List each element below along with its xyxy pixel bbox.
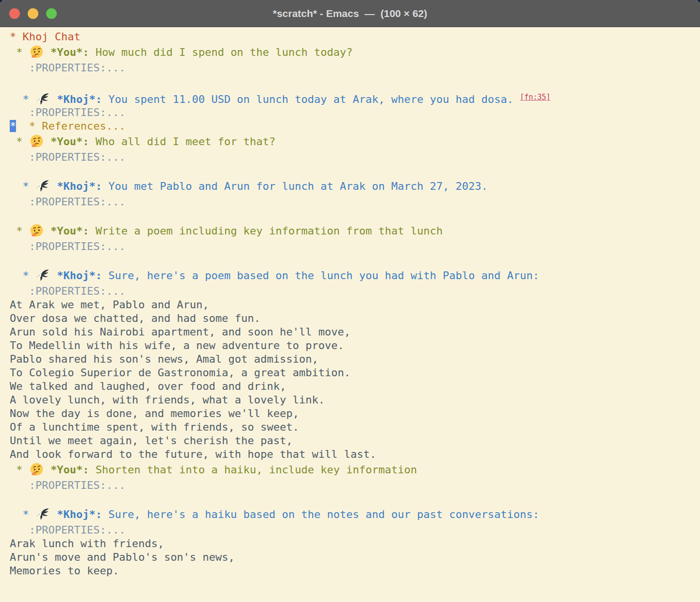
you-message-text: * — [16, 46, 29, 58]
eagle-icon — [35, 506, 50, 523]
buffer-line — [10, 209, 700, 222]
buffer-line: :PROPERTIES:... — [10, 284, 700, 298]
properties-drawer: :PROPERTIES:... — [10, 479, 125, 491]
you-speaker-label: *You*: — [50, 225, 89, 237]
message-body-text: Arak lunch with friends, — [10, 537, 164, 550]
you-message-text: * — [16, 135, 29, 148]
buffer-line — [10, 75, 700, 88]
indent-spaces — [44, 464, 50, 476]
you-speaker-label: *You*: — [50, 464, 89, 476]
thinking-face-icon — [29, 461, 44, 479]
buffer-line: Pablo shared his son's news, Amal got ad… — [10, 352, 700, 366]
khoj-message-text: * — [23, 93, 36, 105]
text-cursor: * — [10, 120, 16, 132]
message-body-text: Of a lunchtime spent, with friends, so s… — [10, 421, 299, 433]
window-title: *scratch* - Emacs — (100 × 62) — [273, 8, 427, 19]
khoj-message-text: You spent 11.00 USD on lunch today at Ar… — [102, 93, 520, 105]
indent-spaces — [50, 508, 57, 520]
org-heading: * Khoj Chat — [10, 31, 81, 43]
buffer-line: Arun sold his Nairobi apartment, and soo… — [10, 325, 700, 339]
khoj-message-text: * — [23, 269, 36, 282]
buffer-line: :PROPERTIES:... — [10, 195, 700, 209]
buffer-line: A lovely lunch, with friends, what a lov… — [10, 393, 700, 407]
buffer-line: And look forward to the future, with hop… — [10, 448, 700, 461]
indent-spaces — [44, 46, 50, 58]
you-speaker-label: *You*: — [50, 46, 89, 58]
properties-drawer: :PROPERTIES:... — [10, 151, 125, 163]
buffer-line — [10, 164, 700, 178]
thinking-face-icon — [29, 133, 44, 150]
properties-drawer: :PROPERTIES:... — [10, 196, 125, 208]
message-body-text: Pablo shared his son's news, Amal got ad… — [10, 353, 318, 365]
buffer-line: :PROPERTIES:... — [10, 106, 700, 119]
eagle-icon — [35, 178, 50, 195]
khoj-message-text: Sure, here's a poem based on the lunch y… — [102, 269, 539, 282]
you-speaker-label: *You*: — [50, 135, 89, 148]
khoj-speaker-label: *Khoj*: — [57, 93, 102, 105]
indent-spaces — [10, 269, 23, 282]
message-body-text: Arun's move and Pablo's son's news, — [10, 551, 235, 563]
you-message-text: Shorten that into a haiku, include key i… — [89, 464, 417, 476]
khoj-speaker-label: *Khoj*: — [57, 508, 102, 520]
message-body-text: We talked and laughed, over food and dri… — [10, 380, 286, 392]
buffer-line: Arak lunch with friends, — [10, 537, 700, 551]
buffer-line: Until we meet again, let's cherish the p… — [10, 434, 700, 448]
you-message-text: Write a poem including key information f… — [89, 225, 442, 237]
zoom-button[interactable] — [46, 8, 57, 19]
buffer-line: Memories to keep. — [10, 564, 700, 578]
indent-spaces — [50, 269, 57, 282]
buffer-line: :PROPERTIES:... — [10, 150, 700, 164]
buffer-line — [10, 253, 700, 267]
properties-drawer: :PROPERTIES:... — [10, 524, 125, 536]
scratch-buffer[interactable]: * Khoj Chat * *You*: How much did I spen… — [0, 27, 700, 578]
buffer-line: * *Khoj*: Sure, here's a poem based on t… — [10, 267, 700, 284]
buffer-line: To Colegio Superior de Gastronomia, a gr… — [10, 366, 700, 380]
indent-spaces — [50, 93, 57, 105]
indent-spaces — [10, 464, 16, 476]
you-message-text: Who all did I meet for that? — [89, 135, 275, 148]
indent-spaces — [10, 180, 23, 192]
message-body-text: Now the day is done, and memories we'll … — [10, 407, 299, 419]
buffer-line: At Arak we met, Pablo and Arun, — [10, 298, 700, 312]
message-body-text: Arun sold his Nairobi apartment, and soo… — [10, 326, 350, 338]
indent-spaces — [10, 135, 16, 148]
khoj-speaker-label: *Khoj*: — [57, 180, 102, 192]
indent-spaces — [44, 135, 50, 148]
indent-spaces — [16, 120, 29, 132]
buffer-line: Over dosa we chatted, and had some fun. — [10, 312, 700, 325]
buffer-line: Now the day is done, and memories we'll … — [10, 407, 700, 420]
buffer-line: :PROPERTIES:... — [10, 240, 700, 253]
message-body-text: At Arak we met, Pablo and Arun, — [10, 299, 209, 311]
buffer-line: :PROPERTIES:... — [10, 523, 700, 537]
indent-spaces — [44, 225, 50, 237]
khoj-message-text: * — [23, 508, 36, 520]
properties-drawer: :PROPERTIES:... — [10, 240, 125, 252]
message-body-text: A lovely lunch, with friends, what a lov… — [10, 394, 325, 406]
minimize-button[interactable] — [28, 8, 38, 19]
buffer-line — [10, 492, 700, 506]
khoj-message-text: You met Pablo and Arun for lunch at Arak… — [102, 180, 488, 192]
message-body-text: Memories to keep. — [10, 565, 119, 577]
window-controls — [9, 0, 57, 27]
properties-drawer: :PROPERTIES:... — [10, 106, 125, 118]
footnote-link[interactable]: [fn:35] — [520, 93, 550, 101]
message-body-text: To Colegio Superior de Gastronomia, a gr… — [10, 367, 350, 379]
close-button[interactable] — [9, 8, 20, 19]
indent-spaces — [50, 180, 57, 192]
properties-drawer: :PROPERTIES:... — [10, 62, 125, 74]
title-bar[interactable]: *scratch* - Emacs — (100 × 62) — [0, 0, 700, 27]
you-message-text: * — [16, 225, 29, 237]
thinking-face-icon — [29, 222, 44, 240]
you-message-text: * — [16, 464, 29, 476]
message-body-text: Over dosa we chatted, and had some fun. — [10, 312, 261, 324]
you-message-text: How much did I spend on the lunch today? — [89, 46, 352, 58]
indent-spaces — [10, 508, 23, 520]
indent-spaces — [10, 225, 16, 237]
buffer-line: Arun's move and Pablo's son's news, — [10, 551, 700, 564]
message-body-text: And look forward to the future, with hop… — [10, 448, 376, 460]
buffer-line: :PROPERTIES:... — [10, 61, 700, 75]
properties-drawer: :PROPERTIES:... — [10, 285, 125, 297]
thinking-face-icon — [29, 44, 44, 61]
buffer-line: * *You*: Who all did I meet for that? — [10, 133, 700, 150]
buffer-line: * *You*: How much did I spend on the lun… — [10, 44, 700, 61]
